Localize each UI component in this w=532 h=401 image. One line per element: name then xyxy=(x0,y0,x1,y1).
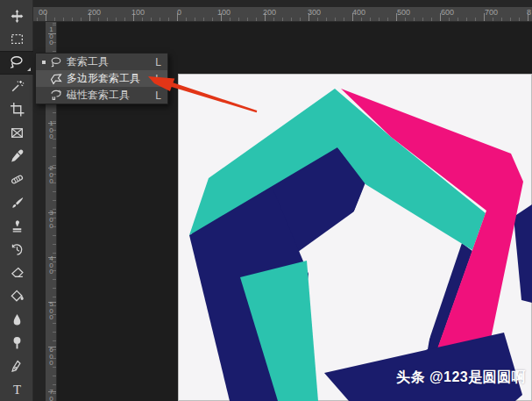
magic-wand-icon xyxy=(10,79,25,94)
ruler-label: 8 xyxy=(527,8,531,17)
paint-bucket-icon xyxy=(10,289,25,304)
menu-item-shortcut: L xyxy=(151,56,161,68)
ruler-label: 700 xyxy=(485,8,498,17)
type-tool-button[interactable]: T xyxy=(0,378,33,401)
ruler-label: 100 xyxy=(46,120,57,140)
menu-item-label: 套索工具 xyxy=(67,54,151,69)
lasso-icon xyxy=(48,56,64,68)
menu-item-shortcut: L xyxy=(151,73,161,85)
polygonal-lasso-icon xyxy=(48,73,64,85)
paint-bucket-tool-button[interactable] xyxy=(0,284,33,308)
menu-item-label: 多边形套索工具 xyxy=(67,71,151,86)
ruler-label: 700 xyxy=(46,389,57,401)
menu-item-lasso-tool[interactable]: 套索工具 L xyxy=(36,54,167,70)
menu-item-shortcut: L xyxy=(151,90,161,102)
ruler-label: 300 xyxy=(308,8,321,17)
magnetic-lasso-icon xyxy=(48,90,64,102)
history-brush-tool-button[interactable] xyxy=(0,238,33,261)
top-strip xyxy=(33,0,532,7)
ruler-label: 100 xyxy=(46,26,57,47)
ruler-label: 600 xyxy=(441,8,454,17)
eyedropper-icon xyxy=(10,148,25,163)
frame-tool-button[interactable] xyxy=(0,121,33,145)
ruler-label: 400 xyxy=(46,255,57,276)
dodge-icon xyxy=(10,335,25,350)
move-icon xyxy=(10,9,25,24)
clone-stamp-tool-button[interactable] xyxy=(0,214,33,238)
brush-tool-button[interactable] xyxy=(0,191,33,215)
brush-icon xyxy=(10,196,25,211)
lasso-tool-flyout-menu: 套索工具 L 多边形套索工具 L 磁性套索工具 L xyxy=(35,53,168,104)
eyedropper-tool-button[interactable] xyxy=(0,145,33,168)
ruler-label: 00 xyxy=(39,8,47,17)
ruler-label: 600 xyxy=(46,347,57,367)
magic-wand-tool-button[interactable] xyxy=(0,75,33,98)
lasso-icon xyxy=(9,54,25,70)
crop-icon xyxy=(10,102,25,117)
healing-brush-tool-button[interactable] xyxy=(0,168,33,191)
ruler-label: 100 xyxy=(131,8,145,17)
selected-tool-bullet xyxy=(39,61,48,64)
type-icon: T xyxy=(10,382,25,397)
lasso-tool-button[interactable] xyxy=(0,51,33,75)
menu-item-magnetic-lasso-tool[interactable]: 磁性套索工具 L xyxy=(36,87,167,104)
svg-text:T: T xyxy=(12,383,20,397)
clone-stamp-icon xyxy=(10,218,25,233)
blur-tool-button[interactable] xyxy=(0,308,33,332)
pen-tool-button[interactable] xyxy=(0,354,33,378)
horizontal-ruler[interactable]: 00 200 100 0 100 200 300 400 500 600 700… xyxy=(33,7,532,22)
healing-brush-icon xyxy=(10,172,25,187)
history-brush-icon xyxy=(10,242,25,257)
eraser-icon xyxy=(10,265,25,280)
ruler-label: 300 xyxy=(46,210,57,230)
ruler-label: 0 xyxy=(177,8,181,17)
ruler-label: 400 xyxy=(352,8,365,17)
move-tool-button[interactable] xyxy=(0,4,33,28)
menu-item-label: 磁性套索工具 xyxy=(67,88,151,103)
rectangular-marquee-tool-button[interactable] xyxy=(0,28,33,52)
tools-panel: T xyxy=(0,0,33,401)
crop-tool-button[interactable] xyxy=(0,97,33,121)
ruler-label: 200 xyxy=(88,8,101,17)
pen-icon xyxy=(10,359,25,374)
rectangular-marquee-icon xyxy=(10,32,25,47)
frame-icon xyxy=(10,125,25,140)
ruler-label: 200 xyxy=(263,8,276,17)
dodge-tool-button[interactable] xyxy=(0,331,33,354)
ruler-label: 100 xyxy=(217,8,231,17)
menu-item-polygonal-lasso-tool[interactable]: 多边形套索工具 L xyxy=(36,70,167,87)
ruler-label: 500 xyxy=(46,301,57,321)
blur-drop-icon xyxy=(10,312,25,327)
ruler-label: 500 xyxy=(397,8,410,17)
watermark-text: 头条 @123是圆圆啊 xyxy=(396,369,526,387)
eraser-tool-button[interactable] xyxy=(0,261,33,285)
ruler-label: 200 xyxy=(46,165,57,185)
